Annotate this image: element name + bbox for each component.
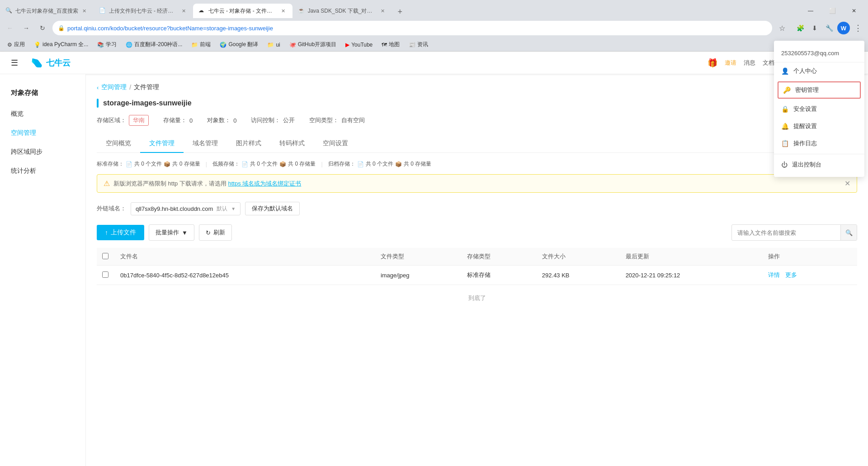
bookmark-ui[interactable]: 📁 ui — [264, 41, 283, 49]
app-container: ☰ 七牛云 🎁 邀请 消息 文档 工单 费用 云商城 W 对象存储 概览 空间管… — [0, 52, 868, 466]
invite-label[interactable]: 邀请 — [725, 59, 736, 67]
dropdown-personal-center[interactable]: 👤 个人中心 — [774, 74, 864, 80]
select-all-checkbox[interactable] — [102, 253, 108, 259]
tab-2-close[interactable]: ✕ — [180, 7, 188, 14]
sidebar-item-overview[interactable]: 概览 — [0, 105, 85, 124]
bookmark-star-icon[interactable]: ☆ — [776, 22, 788, 34]
reload-button[interactable]: ↻ — [36, 22, 49, 34]
tab-4[interactable]: ☕ Java SDK_SDK 下载_对象存储 - ... ✕ — [292, 4, 392, 18]
sidebar-item-cross-region[interactable]: 跨区域同步 — [0, 143, 85, 162]
tab-2[interactable]: 📄 上传文件到七牛云 - 经济人 - 博... ✕ — [94, 4, 193, 18]
bookmark-map-label: 地图 — [389, 41, 400, 48]
tab-4-close[interactable]: ✕ — [379, 7, 387, 14]
archive-files: 共 0 个文件 — [366, 160, 393, 168]
dropdown-logout[interactable]: ⏻ 退出控制台 — [774, 156, 864, 173]
warning-close-button[interactable]: ✕ — [844, 179, 850, 188]
dropdown-security[interactable]: 🔒 安全设置 — [774, 100, 864, 118]
tab-3-close[interactable]: ✕ — [280, 7, 287, 14]
apps-icon: ⚙ — [7, 42, 12, 48]
tab-settings[interactable]: 空间设置 — [314, 135, 357, 153]
tab-transcode-style[interactable]: 转码样式 — [270, 135, 314, 153]
tab-domain[interactable]: 域名管理 — [184, 135, 227, 153]
nav-messages[interactable]: 消息 — [744, 59, 755, 67]
dropdown-key-management[interactable]: 🔑 密钥管理 — [778, 81, 861, 99]
minimize-button[interactable]: — — [800, 4, 821, 18]
key-management-icon: 🔑 — [783, 86, 791, 94]
bookmark-baidu-translate[interactable]: 🌐 百度翻译-200种语... — [122, 40, 186, 49]
main-layout: 对象存储 概览 空间管理 跨区域同步 统计分析 ‹ 空间管理 / 文件管理 st… — [0, 74, 868, 466]
row-select-checkbox[interactable] — [102, 271, 108, 278]
bucket-region: 存储区域： 华南 — [97, 115, 149, 126]
sidebar-item-analytics[interactable]: 统计分析 — [0, 162, 85, 181]
bookmark-github[interactable]: 🐙 GitHub开源项目 — [286, 40, 340, 49]
url-bar[interactable]: 🔒 portal.qiniu.com/kodo/bucket/resource?… — [52, 21, 772, 35]
bookmark-news[interactable]: 📰 资讯 — [405, 40, 432, 49]
search-button[interactable]: 🔍 — [840, 225, 857, 240]
dropdown-operation-log[interactable]: 📋 操作日志 — [774, 135, 864, 152]
back-button[interactable]: ← — [4, 22, 16, 34]
archive-amount: 共 0 存储量 — [404, 160, 431, 168]
bookmark-apps-label: 应用 — [14, 41, 25, 48]
warning-link[interactable]: https 域名或为域名绑定证书 — [228, 180, 302, 187]
content-tabs: 空间概览 文件管理 域名管理 图片样式 转码样式 空间设置 — [97, 135, 857, 153]
extension-icon-1[interactable]: 🧩 — [794, 22, 807, 34]
pycharm-icon: 💡 — [34, 42, 41, 48]
domain-label: 外链域名： — [97, 204, 126, 213]
frontend-icon: 📁 — [191, 42, 198, 48]
bookmark-google-translate-label: Google 翻译 — [228, 41, 258, 48]
operation-log-icon: 📋 — [781, 140, 789, 147]
batch-label: 批量操作 — [156, 228, 179, 237]
domain-selector[interactable]: qll7sx8y9.hn-bkt.clouddn.com 默认 ▼ — [131, 202, 241, 215]
warning-text: 新版浏览器严格限制 http 下载请求，请选用 https 域名或为域名绑定证书 — [113, 180, 301, 188]
row-more-link[interactable]: 更多 — [785, 271, 797, 278]
bucket-title-bar — [97, 99, 99, 108]
hamburger-menu[interactable]: ☰ — [7, 56, 22, 70]
tab-image-style[interactable]: 图片样式 — [227, 135, 270, 153]
github-icon: 🐙 — [289, 42, 296, 48]
tab-1-close[interactable]: ✕ — [81, 7, 88, 14]
sidebar-title: 对象存储 — [0, 83, 85, 105]
profile-button[interactable]: W — [837, 22, 850, 34]
forward-button[interactable]: → — [20, 22, 33, 34]
breadcrumb-link[interactable]: 空间管理 — [101, 83, 127, 91]
bookmark-map[interactable]: 🗺 地图 — [378, 40, 403, 49]
row-filename: 0b17dfce-5840-4f5c-8d52-627d8e12eb45 — [115, 266, 375, 285]
news-icon: 📰 — [409, 42, 415, 48]
tab-overview[interactable]: 空间概览 — [97, 135, 140, 153]
tab-files[interactable]: 文件管理 — [140, 135, 184, 153]
bookmark-pycharm[interactable]: 💡 idea PyCharm 全... — [30, 40, 92, 49]
tab-bar: 🔍 七牛云对象存储_百度搜索 ✕ 📄 上传文件到七牛云 - 经济人 - 博...… — [0, 0, 868, 18]
maximize-button[interactable]: ⬜ — [822, 4, 843, 18]
standard-storage-files: 共 0 个文件 — [134, 160, 162, 168]
save-domain-button[interactable]: 保存为默认域名 — [245, 202, 300, 215]
tab-1[interactable]: 🔍 七牛云对象存储_百度搜索 ✕ — [0, 4, 94, 18]
extension-icon-3[interactable]: 🔧 — [823, 22, 835, 34]
notifications-icon: 🔔 — [781, 123, 789, 130]
nav-docs[interactable]: 文档 — [763, 59, 774, 67]
bookmark-youtube[interactable]: ▶ YouTube — [342, 41, 376, 49]
upload-button[interactable]: ↑ 上传文件 — [97, 225, 144, 240]
extension-icon-2[interactable]: ⬇ — [808, 22, 821, 34]
browser-menu-button[interactable]: ⋮ — [852, 22, 864, 34]
search-input[interactable] — [732, 226, 840, 239]
new-tab-button[interactable]: + — [394, 5, 406, 18]
main-content: ‹ 空间管理 / 文件管理 storage-images-sunweijie 存… — [86, 74, 868, 466]
bookmark-frontend[interactable]: 📁 前端 — [188, 40, 214, 49]
bookmark-google-translate[interactable]: 🌍 Google 翻译 — [216, 40, 262, 49]
close-button[interactable]: ✕ — [844, 4, 864, 18]
low-freq-files: 共 0 个文件 — [250, 160, 278, 168]
dropdown-notifications[interactable]: 🔔 提醒设置 — [774, 118, 864, 135]
bookmark-apps[interactable]: ⚙ 应用 — [4, 40, 28, 49]
header-filetype: 文件类型 — [375, 248, 462, 266]
refresh-button[interactable]: ↻ 刷新 — [199, 224, 232, 241]
tab-3[interactable]: ☁ 七牛云 - 对象存储 - 文件管理 ✕ — [193, 4, 292, 18]
study-icon: 📚 — [97, 42, 104, 48]
batch-operations-button[interactable]: 批量操作 ▼ — [149, 224, 194, 241]
row-detail-link[interactable]: 详情 — [768, 271, 780, 278]
table-header: 文件名 文件类型 存储类型 文件大小 最后更新 操作 — [97, 248, 857, 266]
sidebar-item-space-management[interactable]: 空间管理 — [0, 124, 85, 143]
bookmark-github-label: GitHub开源项目 — [298, 41, 336, 48]
address-bar: ← → ↻ 🔒 portal.qiniu.com/kodo/bucket/res… — [0, 18, 868, 38]
bookmark-study[interactable]: 📚 学习 — [94, 40, 120, 49]
file-table: 文件名 文件类型 存储类型 文件大小 最后更新 操作 0b17dfce-5840… — [97, 248, 857, 285]
